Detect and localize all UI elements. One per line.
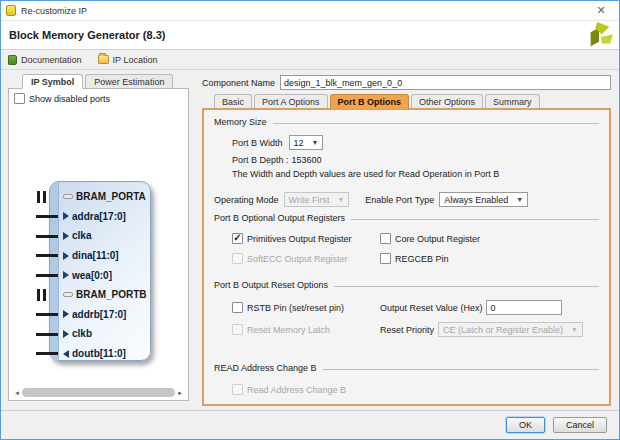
port-label: wea[0:0] (72, 270, 112, 281)
scrollbar-thumb[interactable] (22, 388, 175, 397)
section-divider (323, 369, 599, 370)
section-title: READ Address Change B (214, 363, 317, 373)
rstb-pin-row: RSTB Pin (set/reset pin) (232, 300, 380, 315)
scroll-left-icon[interactable]: ◂ (12, 389, 22, 397)
reset-options-section-header: Port B Output Reset Options (214, 280, 599, 290)
tab-port-a-options[interactable]: Port A Options (254, 94, 328, 108)
book-icon (8, 55, 17, 65)
scrollbar-track[interactable] (22, 388, 175, 397)
regceb-pin-checkbox[interactable] (380, 253, 391, 264)
title-bar: Re-customize IP ✕ (1, 1, 619, 21)
port-row: dina[11:0] (50, 246, 150, 266)
reset-priority-select: CE (Latch or Register Enable) ▼ (438, 322, 583, 337)
section-title: Memory Size (214, 117, 267, 127)
checkbox-label: Core Output Register (395, 234, 480, 244)
port-row: doutb[11:0] (50, 344, 150, 364)
pin-stub (36, 274, 58, 277)
pin-stub (36, 215, 58, 218)
input-port-icon (63, 232, 69, 240)
dialog-header: Block Memory Generator (8.3) (1, 21, 619, 50)
window-title: Re-customize IP (21, 6, 588, 16)
horizontal-scrollbar[interactable]: ◂ ▸ (12, 387, 185, 398)
section-title: Port B Optional Output Registers (214, 213, 345, 223)
output-registers-section-header: Port B Optional Output Registers (214, 213, 599, 223)
show-disabled-ports-label: Show disabled ports (29, 94, 110, 104)
reset-priority-value: CE (Latch or Register Enable) (443, 325, 563, 335)
tab-summary[interactable]: Summary (485, 94, 540, 108)
port-label: doutb[11:0] (72, 348, 126, 359)
close-icon[interactable]: ✕ (588, 3, 614, 19)
port-label: clkb (72, 328, 92, 339)
softecc-output-register-checkbox (232, 253, 243, 264)
regceb-pin-row: REGCEB Pin (380, 253, 599, 264)
read-addr-section-header: READ Address Change B (214, 363, 599, 373)
enable-port-type-value: Always Enabled (444, 195, 508, 205)
primitives-output-register-checkbox[interactable] (232, 233, 243, 244)
port-b-depth-label: Port B Depth : (232, 155, 289, 165)
port-label: dina[11:0] (72, 250, 119, 261)
input-port-icon (63, 212, 69, 220)
options-tab-bar: Basic Port A Options Port B Options Othe… (214, 94, 611, 108)
section-divider (351, 219, 599, 220)
tab-ip-symbol[interactable]: IP Symbol (22, 74, 83, 89)
ip-location-button[interactable]: IP Location (95, 54, 161, 66)
softecc-output-register-row: SoftECC Output Register (232, 253, 380, 264)
section-divider (273, 123, 599, 124)
dialog-footer: OK Cancel (1, 410, 619, 439)
group-pin-stub (37, 289, 46, 301)
rstb-pin-checkbox[interactable] (232, 302, 243, 313)
pin-stub (36, 254, 58, 257)
port-row: clka (50, 226, 150, 246)
xilinx-logo-icon (585, 22, 613, 56)
chevron-down-icon: ▼ (571, 326, 578, 333)
options-panel: Component Name Basic Port A Options Port… (196, 70, 619, 410)
component-name-label: Component Name (202, 78, 275, 88)
tab-other-options[interactable]: Other Options (411, 94, 483, 108)
checkbox-label: RSTB Pin (set/reset pin) (247, 303, 344, 313)
input-port-icon (63, 310, 69, 318)
recustomize-ip-dialog: Re-customize IP ✕ Block Memory Generator… (0, 0, 620, 440)
memory-size-note: The Width and Depth values are used for … (232, 169, 599, 179)
input-port-icon (63, 252, 69, 260)
tab-port-b-options[interactable]: Port B Options (330, 94, 410, 109)
output-reset-value-input[interactable] (486, 300, 562, 315)
ip-customize-icon (6, 5, 16, 16)
port-group-label: BRAM_PORTA (76, 191, 146, 202)
operating-mode-select: Write First ▼ (284, 192, 350, 207)
ip-location-label: IP Location (113, 55, 158, 65)
pin-stub (36, 352, 58, 355)
tab-power-estimation[interactable]: Power Estimation (85, 74, 173, 88)
port-label: addra[17:0] (72, 211, 126, 222)
reset-memory-latch-checkbox (232, 324, 243, 335)
note-text: The Width and Depth values are used for … (232, 169, 499, 179)
enable-port-type-select[interactable]: Always Enabled ▼ (439, 192, 528, 207)
checkbox-label: Read Address Change B (247, 385, 346, 395)
dialog-body: IP Symbol Power Estimation Show disabled… (1, 70, 619, 410)
core-output-register-checkbox[interactable] (380, 233, 391, 244)
documentation-button[interactable]: Documentation (5, 54, 85, 66)
show-disabled-ports-row: Show disabled ports (14, 93, 183, 104)
ip-symbol-panel: Show disabled ports BRAM_PORTA addra[17:… (8, 88, 189, 401)
port-b-width-select[interactable]: 12 ▼ (289, 135, 324, 150)
port-row: clkb (50, 324, 150, 344)
read-addr-change-checkbox (232, 384, 243, 395)
page-title: Block Memory Generator (8.3) (9, 29, 166, 41)
port-label: addrb[17:0] (72, 309, 126, 320)
output-registers-grid: Primitives Output Register Core Output R… (232, 233, 599, 264)
read-addr-change-row: Read Address Change B (232, 384, 599, 395)
component-name-input[interactable] (280, 75, 611, 90)
port-row: addrb[17:0] (50, 305, 150, 325)
pin-stub (36, 313, 58, 316)
port-group-row: BRAM_PORTA (50, 187, 150, 207)
ok-button[interactable]: OK (506, 417, 545, 433)
tab-basic[interactable]: Basic (214, 94, 252, 108)
reset-priority-row: Reset Priority CE (Latch or Register Ena… (380, 322, 599, 337)
cancel-button[interactable]: Cancel (553, 417, 607, 433)
show-disabled-ports-checkbox[interactable] (14, 93, 25, 104)
output-reset-value-row: Output Reset Value (Hex) (380, 300, 599, 315)
section-divider (334, 286, 599, 287)
core-output-register-row: Core Output Register (380, 233, 599, 244)
scroll-right-icon[interactable]: ▸ (175, 389, 185, 397)
reset-priority-label: Reset Priority (380, 325, 434, 335)
memory-size-section-header: Memory Size (214, 117, 599, 127)
